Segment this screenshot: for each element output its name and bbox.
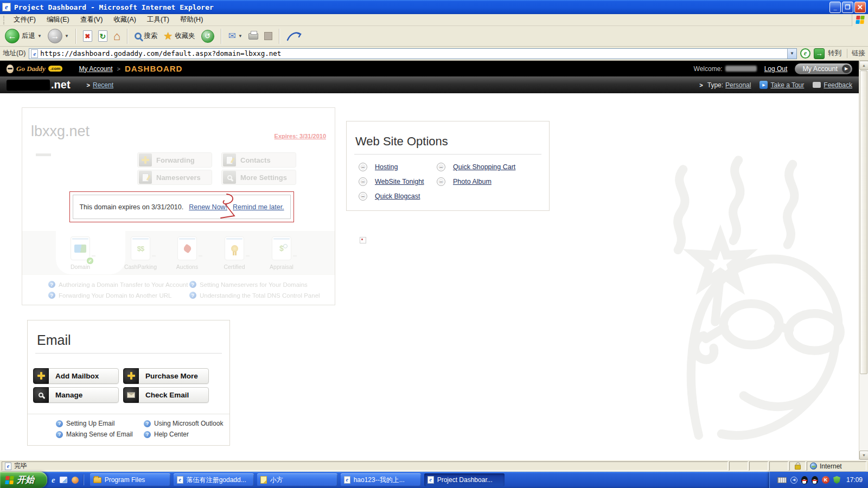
taskbar-button-luowu[interactable]: e 落伍有注册godadd... xyxy=(174,473,254,486)
keyboard-tray-icon[interactable] xyxy=(777,477,787,483)
domain-expires-link[interactable]: Expires: 3/31/2010 xyxy=(275,133,326,139)
recent-link[interactable]: Recent xyxy=(93,81,113,89)
manage-button[interactable]: Manage xyxy=(33,387,119,403)
tab-certified-label: Certified xyxy=(210,264,259,270)
remind-me-later-link[interactable]: Remind me later. xyxy=(233,203,284,211)
mail-button[interactable]: ✉ ▼ xyxy=(227,29,244,43)
k-app-tray-icon[interactable]: K xyxy=(822,476,829,484)
quicklaunch-ie-icon[interactable]: e xyxy=(52,476,55,485)
back-dropdown-icon[interactable]: ▼ xyxy=(37,34,42,38)
antivirus-shield-icon[interactable] xyxy=(833,476,840,484)
envelope-icon xyxy=(123,387,139,403)
scroll-up-button[interactable]: ▲ xyxy=(859,61,868,70)
toolbar-separator xyxy=(279,29,280,44)
minus-icon: – xyxy=(359,177,367,186)
taskbar-button-xiaofang[interactable]: 小方 xyxy=(257,473,337,486)
quicklaunch-app-icon[interactable] xyxy=(72,477,79,484)
edit-button[interactable] xyxy=(263,31,274,41)
help-link[interactable]: ? Authorizing a Domain Transfer to Your … xyxy=(48,281,188,288)
forward-button[interactable]: → ▼ xyxy=(46,28,71,44)
my-account-button[interactable]: My Account ▶ xyxy=(795,63,852,74)
taskbar-button-project-dashboard[interactable]: e Project Dashboar... xyxy=(424,473,505,486)
close-button[interactable]: ✕ xyxy=(854,2,866,13)
domain-help-links: ? Authorizing a Domain Transfer to Your … xyxy=(22,274,335,306)
using-microsoft-outlook-link[interactable]: ? Using Microsoft Outlook xyxy=(144,420,223,427)
menu-file[interactable]: 文件(F) xyxy=(8,14,41,26)
qq-penguin-icon[interactable] xyxy=(812,476,818,484)
tab-auctions-label: Auctions xyxy=(163,264,212,270)
menu-help[interactable]: 帮助(H) xyxy=(175,14,208,26)
toolbar-separator xyxy=(127,29,128,44)
links-label[interactable]: 链接 xyxy=(847,49,865,58)
home-icon: ⌂ xyxy=(113,31,120,42)
mail-dropdown-icon[interactable]: ▼ xyxy=(238,34,242,38)
vertical-scrollbar[interactable]: ▲ ▼ xyxy=(859,61,868,460)
scrollbar-thumb[interactable] xyxy=(860,70,867,374)
domain-title-bar: .net > Recent > Type: Personal ▶ Take a … xyxy=(0,76,859,93)
history-button[interactable]: ↺ xyxy=(200,29,216,44)
refresh-button[interactable]: ↻ xyxy=(97,29,109,43)
tab-cashparking[interactable]: $$ xyxy=(131,236,150,260)
type-personal-link[interactable]: Personal xyxy=(725,81,751,89)
menu-favorites[interactable]: 收藏(A) xyxy=(108,14,142,26)
menu-tools[interactable]: 工具(T) xyxy=(142,14,175,26)
address-input[interactable]: e https://dashboard.godaddy.com/default.… xyxy=(29,48,797,59)
qq-penguin-icon[interactable] xyxy=(801,476,808,484)
swoosh-icon xyxy=(286,31,302,42)
website-tonight-link[interactable]: – WebSite Tonight xyxy=(359,177,424,186)
start-button[interactable]: 开始 xyxy=(0,472,47,488)
tab-domain[interactable]: ✔ xyxy=(71,236,90,260)
menu-view[interactable]: 查看(V) xyxy=(75,14,108,26)
back-button[interactable]: ← 后退 ▼ xyxy=(3,28,43,44)
scroll-down-button[interactable]: ▼ xyxy=(859,451,868,460)
quick-shopping-cart-link[interactable]: – Quick Shopping Cart xyxy=(437,163,515,171)
address-dropdown-button[interactable]: ▼ xyxy=(787,49,796,59)
download-tool-button[interactable] xyxy=(285,30,303,43)
question-icon: ? xyxy=(48,281,55,288)
feedback-link[interactable]: Feedback xyxy=(824,81,852,89)
warning-message: This domain expires on 3/31/2010. xyxy=(79,203,183,211)
home-button[interactable]: ⌂ xyxy=(112,30,122,43)
help-link[interactable]: ? Understanding the Total DNS Control Pa… xyxy=(189,292,320,299)
certified-tab-icon xyxy=(231,245,238,252)
plus-icon xyxy=(123,368,139,384)
contacts-button[interactable]: Contacts xyxy=(221,152,296,168)
forward-dropdown-icon[interactable]: ▼ xyxy=(65,34,69,38)
hosting-link[interactable]: – Hosting xyxy=(359,163,398,171)
favorites-button[interactable]: ★ 收藏夹 xyxy=(162,29,197,43)
purchase-more-button[interactable]: Purchase More xyxy=(123,368,209,384)
show-desktop-icon[interactable] xyxy=(60,477,67,483)
log-out-link[interactable]: Log Out xyxy=(764,65,788,73)
more-settings-button[interactable]: More Settings xyxy=(221,170,296,185)
taskbar-button-hao123[interactable]: e hao123--我的上... xyxy=(341,473,421,486)
photo-album-link[interactable]: – Photo Album xyxy=(437,177,492,186)
taskbar-button-program-files[interactable]: Program Files xyxy=(90,473,170,486)
search-button[interactable]: 搜索 xyxy=(133,30,159,42)
tab-auctions[interactable] xyxy=(177,236,197,260)
tray-collapse-icon[interactable]: ◀ xyxy=(790,477,797,484)
setting-up-email-link[interactable]: ? Setting Up Email xyxy=(56,420,114,427)
go-button[interactable]: → xyxy=(814,48,825,59)
godaddy-logo[interactable]: Go Daddy .com xyxy=(7,65,62,73)
tab-certified[interactable] xyxy=(225,236,244,260)
print-button[interactable] xyxy=(247,32,260,41)
help-link[interactable]: ? Setting Nameservers for Your Domains xyxy=(189,281,308,288)
restore-button[interactable]: ❐ xyxy=(842,2,853,13)
clock[interactable]: 17:09 xyxy=(846,476,863,484)
tab-appraisal[interactable]: $ xyxy=(272,236,291,260)
plus-icon xyxy=(33,368,49,384)
making-sense-of-email-link[interactable]: ? Making Sense of Email xyxy=(56,431,133,438)
my-account-link[interactable]: My Account xyxy=(79,65,112,73)
stop-button[interactable]: ✖ xyxy=(81,29,94,43)
nameservers-button[interactable]: Nameservers xyxy=(137,170,212,185)
menu-edit[interactable]: 编辑(E) xyxy=(41,14,75,26)
quick-blogcast-link[interactable]: – Quick Blogcast xyxy=(359,192,420,201)
help-center-link[interactable]: ? Help Center xyxy=(144,431,189,438)
take-a-tour-link[interactable]: Take a Tour xyxy=(770,81,804,89)
add-mailbox-button[interactable]: Add Mailbox xyxy=(33,368,119,384)
check-email-button[interactable]: Check Email xyxy=(123,387,209,403)
forwarding-button[interactable]: Forwarding xyxy=(137,152,212,168)
help-link[interactable]: ? Forwarding Your Domain to Another URL xyxy=(48,292,171,299)
auctions-tab-icon xyxy=(182,243,192,253)
minimize-button[interactable]: _ xyxy=(829,2,841,13)
